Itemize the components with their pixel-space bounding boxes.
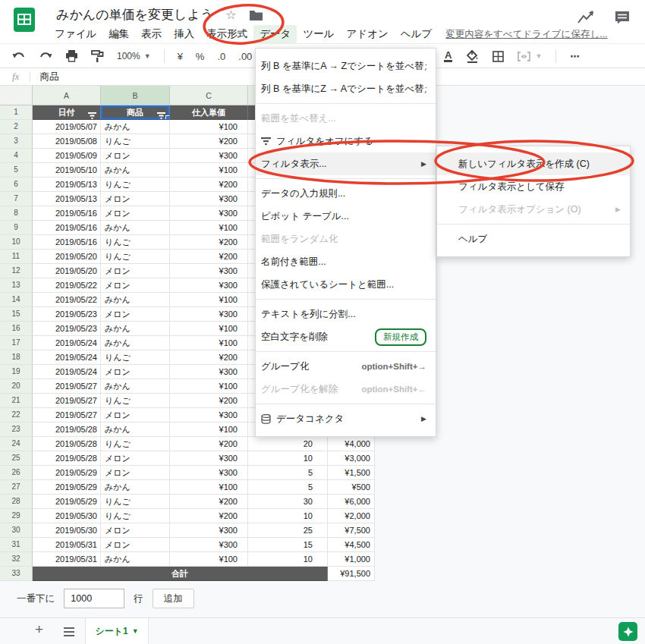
menu-item[interactable]: 空白文字を削除新規作成 (256, 325, 436, 348)
menu-item[interactable]: 列 B を基準にA → Zでシートを並べ替え (256, 55, 436, 77)
cell-product[interactable]: みかん (101, 336, 170, 350)
cell-total[interactable]: ¥1,500 (328, 466, 375, 480)
cell-product[interactable]: メロン (101, 264, 170, 278)
cell-date[interactable]: 2019/05/13 (33, 192, 101, 206)
cell-total[interactable]: ¥3,000 (328, 451, 375, 466)
cell-product[interactable]: メロン (101, 365, 170, 379)
cell-unit-price[interactable]: ¥200 (170, 350, 248, 365)
percent-format-icon[interactable]: % (196, 51, 205, 62)
cell-quantity[interactable]: 5 (248, 466, 328, 480)
row-number[interactable]: 13 (0, 278, 33, 293)
cell-total[interactable]: ¥500 (328, 480, 375, 495)
cell-quantity[interactable]: 10 (248, 552, 328, 567)
row-number[interactable]: 26 (0, 466, 33, 480)
cell-unit-price[interactable]: ¥100 (170, 163, 248, 177)
cell-unit-price[interactable]: ¥300 (170, 278, 248, 293)
cell-unit-price[interactable]: ¥200 (170, 495, 248, 509)
cell-product[interactable]: りんご (101, 235, 170, 250)
menu-item[interactable]: データの入力規則... (256, 182, 436, 205)
cell-unit-price[interactable]: ¥300 (170, 523, 248, 538)
menubar-item[interactable]: アドオン (341, 25, 395, 43)
cell-date[interactable]: 2019/05/16 (33, 206, 101, 221)
add-sheet-icon[interactable]: + (35, 621, 43, 638)
row-number[interactable]: 1 (0, 105, 33, 120)
cell-date[interactable]: 2019/05/20 (33, 264, 101, 278)
cell-date[interactable]: 2019/05/24 (33, 336, 101, 350)
borders-icon[interactable] (492, 51, 504, 62)
cell-product[interactable]: メロン (101, 538, 170, 552)
cell-product[interactable]: メロン (101, 206, 170, 221)
menu-item[interactable]: フィルタ表示として保存 (437, 175, 630, 198)
cell-date[interactable]: 2019/05/16 (33, 221, 101, 235)
cell-date[interactable]: 2019/05/31 (33, 538, 101, 552)
cell-product[interactable]: りんご (101, 495, 170, 509)
cell-total[interactable]: ¥4,500 (328, 538, 375, 552)
cell-product[interactable]: りんご (101, 134, 170, 149)
cell-product[interactable]: りんご (101, 177, 170, 192)
row-number[interactable]: 27 (0, 480, 33, 495)
select-all-corner[interactable] (0, 86, 33, 105)
cell-total[interactable]: ¥2,000 (328, 509, 375, 523)
text-color-icon[interactable]: A (444, 50, 452, 62)
cell-quantity[interactable]: 15 (248, 538, 328, 552)
cell-date[interactable]: 2019/05/27 (33, 379, 101, 394)
menubar-item[interactable]: ファイル (49, 25, 102, 43)
formula-bar-value[interactable]: 商品 (39, 71, 58, 83)
row-number[interactable]: 7 (0, 192, 33, 206)
cell-date[interactable]: 2019/05/28 (33, 423, 101, 437)
cell-total[interactable]: ¥6,000 (328, 495, 375, 509)
menu-item[interactable]: データコネクタ▶ (256, 407, 436, 430)
sheet-tab-dropdown-icon[interactable]: ▼ (132, 627, 139, 635)
star-icon[interactable]: ☆ (225, 9, 236, 21)
row-number[interactable]: 25 (0, 451, 33, 466)
cell-total[interactable]: ¥1,000 (328, 552, 375, 567)
cell-date[interactable]: 2019/05/24 (33, 350, 101, 365)
cell-unit-price[interactable]: ¥300 (170, 192, 248, 206)
row-number[interactable]: 18 (0, 350, 33, 365)
cell-total[interactable]: ¥4,000 (328, 437, 375, 451)
all-sheets-icon[interactable] (64, 626, 74, 639)
cell-date[interactable]: 2019/05/29 (33, 495, 101, 509)
cell-quantity[interactable]: 20 (248, 437, 328, 451)
cell-date[interactable]: 2019/05/23 (33, 307, 101, 322)
cell-quantity[interactable]: 25 (248, 523, 328, 538)
header-cell[interactable]: 商品 (101, 105, 170, 120)
cell-date[interactable]: 2019/05/07 (33, 120, 101, 134)
cell-quantity[interactable]: 10 (248, 451, 328, 466)
cell-product[interactable]: みかん (101, 163, 170, 177)
filter-icon[interactable] (88, 109, 96, 120)
save-status-link[interactable]: 変更内容をすべてドライブに保存し... (445, 28, 607, 41)
cell-quantity[interactable]: 10 (248, 509, 328, 523)
row-number[interactable]: 20 (0, 379, 33, 394)
cell-unit-price[interactable]: ¥200 (170, 134, 248, 149)
comment-icon[interactable] (615, 11, 630, 24)
cell-unit-price[interactable]: ¥300 (170, 466, 248, 480)
cell-date[interactable]: 2019/05/23 (33, 322, 101, 336)
cell-unit-price[interactable]: ¥100 (170, 480, 248, 495)
fill-color-icon[interactable] (466, 50, 479, 63)
total-label-cell[interactable]: 合計 (33, 567, 328, 581)
menubar-item[interactable]: データ (253, 25, 297, 43)
menubar-item[interactable]: 表示形式 (200, 25, 253, 43)
cell-quantity[interactable]: 5 (248, 480, 328, 495)
increase-decimal-icon[interactable]: .00 (238, 51, 252, 62)
cell-quantity[interactable]: 30 (248, 495, 328, 509)
cell-date[interactable]: 2019/05/29 (33, 466, 101, 480)
row-number[interactable]: 4 (0, 149, 33, 163)
row-number[interactable]: 28 (0, 495, 33, 509)
add-rows-button[interactable]: 追加 (153, 589, 194, 608)
cell-unit-price[interactable]: ¥300 (170, 408, 248, 423)
cell-product[interactable]: みかん (101, 120, 170, 134)
more-options-icon[interactable]: ⋯ (570, 51, 580, 62)
cell-unit-price[interactable]: ¥300 (170, 264, 248, 278)
menu-item[interactable]: グループ化option+Shift+→ (256, 355, 436, 378)
cell-product[interactable]: メロン (101, 408, 170, 423)
column-header-C[interactable]: C (170, 86, 248, 105)
menu-item[interactable]: テキストを列に分割... (256, 303, 436, 325)
cell-unit-price[interactable]: ¥100 (170, 423, 248, 437)
cell-unit-price[interactable]: ¥200 (170, 250, 248, 264)
row-number[interactable]: 29 (0, 509, 33, 523)
cell-unit-price[interactable]: ¥100 (170, 221, 248, 235)
menubar-item[interactable]: 挿入 (168, 25, 200, 43)
zoom-select[interactable]: 100%▼ (117, 51, 151, 61)
